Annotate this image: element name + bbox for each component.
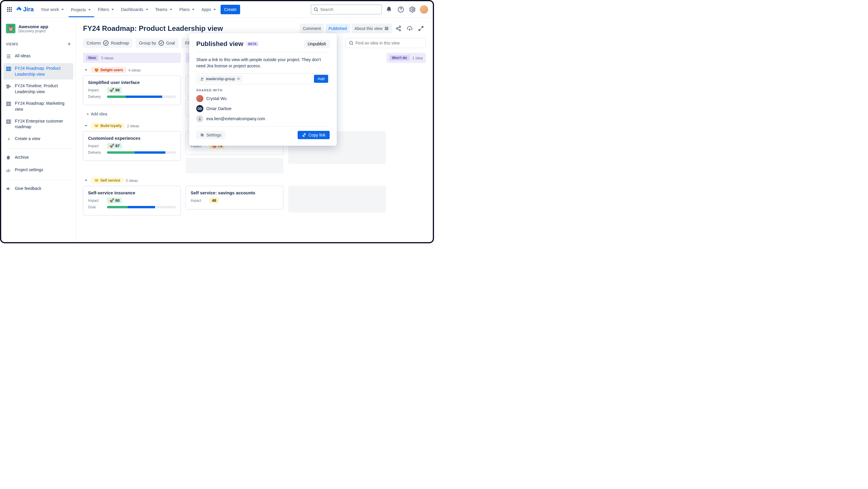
groupby-control[interactable]: Group by Goal <box>135 38 179 48</box>
column-control[interactable]: Column Roadmap <box>83 38 132 48</box>
card-self-service-insurance[interactable]: Self-service insurance Impact🚀 80 Goal <box>83 186 181 215</box>
shared-with-label: SHARED WITH <box>196 88 330 92</box>
svg-rect-22 <box>8 120 9 123</box>
svg-rect-6 <box>7 11 8 12</box>
card-placeholder <box>288 186 386 212</box>
bucket-now[interactable]: Now 5 ideas <box>83 53 181 63</box>
svg-point-29 <box>201 78 202 79</box>
expand-icon[interactable] <box>416 24 426 33</box>
shared-user[interactable]: eva.lien@externalcompany.com <box>196 115 330 122</box>
person-icon <box>196 115 204 122</box>
create-button[interactable]: Create <box>221 5 240 14</box>
popover-title: Published view <box>196 40 243 48</box>
add-share-button[interactable]: Add <box>314 75 328 83</box>
user-avatar[interactable] <box>420 5 428 13</box>
view-fy24-enterprise[interactable]: FY24 Enterprise customer roadmap <box>4 116 73 132</box>
avatar: OD <box>196 105 204 112</box>
svg-rect-23 <box>9 120 11 123</box>
popover-settings-button[interactable]: Settings <box>196 131 225 139</box>
app-switcher-icon[interactable] <box>6 6 13 13</box>
svg-rect-1 <box>9 7 10 8</box>
project-settings[interactable]: Project settings <box>4 165 73 176</box>
svg-rect-19 <box>8 102 9 106</box>
remove-token-icon[interactable]: ✕ <box>237 77 240 81</box>
find-idea-input[interactable] <box>355 41 423 46</box>
create-view[interactable]: + Create a view <box>4 134 73 145</box>
svg-point-26 <box>396 28 398 29</box>
svg-point-28 <box>349 41 352 44</box>
group-self-service[interactable]: 🤝Self service 3 ideas <box>83 177 426 183</box>
svg-point-30 <box>202 78 204 79</box>
nav-apps[interactable]: Apps <box>199 5 219 13</box>
trash-icon <box>6 155 12 161</box>
jira-logo[interactable]: Jira <box>16 6 34 13</box>
svg-rect-7 <box>9 11 10 12</box>
shared-user[interactable]: Crystal Wu <box>196 95 330 102</box>
nav-plans[interactable]: Plans <box>177 5 198 13</box>
menu-icon <box>384 26 389 31</box>
svg-rect-3 <box>7 9 8 10</box>
export-icon[interactable] <box>405 24 414 33</box>
avatar <box>196 95 204 102</box>
card-customised-experiences[interactable]: Customised experiences Impact🚀 97 Delive… <box>83 131 181 161</box>
view-fy24-timeline-product[interactable]: FY24 Timeline: Product Leadership view <box>4 81 73 97</box>
popover-description: Share a link to this view with people ou… <box>196 52 330 69</box>
svg-rect-21 <box>6 120 8 123</box>
nav-your-work[interactable]: Your work <box>38 5 68 13</box>
unpublish-button[interactable]: Unpublish <box>304 40 330 48</box>
views-section-header: VIEWS + <box>4 38 73 50</box>
comment-button[interactable]: Comment <box>300 24 324 33</box>
chevron-down-icon[interactable] <box>83 67 89 73</box>
give-feedback[interactable]: Give feedback <box>4 183 73 195</box>
brand-name: Jira <box>23 6 34 13</box>
share-icon[interactable] <box>394 24 403 33</box>
add-view-icon[interactable]: + <box>68 41 71 47</box>
copy-link-button[interactable]: Copy link <box>298 131 330 139</box>
svg-rect-0 <box>7 7 8 8</box>
sliders-icon <box>200 133 205 137</box>
chevron-down-icon[interactable] <box>83 177 89 183</box>
project-icon: 🦉 <box>6 24 16 33</box>
add-idea-button[interactable]: +Add idea <box>83 109 181 119</box>
share-token[interactable]: leadership-group ✕ <box>198 75 243 82</box>
card-simplified-ui[interactable]: Simplified user interface Impact🚀 98 Del… <box>83 75 181 105</box>
project-header[interactable]: 🦉 Awesome app Discovery project <box>4 23 73 37</box>
check-circle-icon <box>103 40 108 46</box>
svg-point-25 <box>399 26 401 28</box>
help-icon[interactable] <box>396 5 406 14</box>
nav-projects[interactable]: Projects <box>68 6 94 17</box>
nav-filters[interactable]: Filters <box>95 5 117 13</box>
view-fy24-roadmap-product[interactable]: FY24 Roadmap: Product Leadership view <box>4 63 73 80</box>
svg-rect-16 <box>7 86 10 87</box>
shared-user[interactable]: OD Omar Darboe <box>196 105 330 112</box>
settings-icon[interactable] <box>408 5 417 14</box>
global-search[interactable] <box>311 4 382 15</box>
svg-rect-13 <box>8 67 9 70</box>
gear-icon <box>6 168 12 174</box>
card-self-service-savings[interactable]: Self service: savings accounts Impact46 <box>186 186 283 209</box>
list-icon <box>6 54 12 60</box>
archive[interactable]: Archive <box>4 152 73 164</box>
svg-point-11 <box>412 9 413 10</box>
nav-dashboards[interactable]: Dashboards <box>119 5 152 13</box>
view-all-ideas[interactable]: All ideas <box>4 51 73 62</box>
nav-teams[interactable]: Teams <box>153 5 176 13</box>
search-icon <box>314 7 318 12</box>
svg-point-9 <box>314 8 317 11</box>
share-input-row[interactable]: leadership-group ✕ Add <box>196 73 330 84</box>
published-button[interactable]: Published <box>326 24 350 33</box>
svg-rect-12 <box>6 67 8 70</box>
chevron-down-icon[interactable] <box>83 123 89 129</box>
group-icon <box>200 77 204 81</box>
search-input[interactable] <box>320 7 379 12</box>
svg-rect-2 <box>11 7 12 8</box>
find-idea-search[interactable] <box>346 38 426 48</box>
bucket-wont-do[interactable]: Won't do 1 idea <box>386 53 426 63</box>
notifications-icon[interactable] <box>384 5 394 14</box>
project-name: Awesome app <box>19 24 48 29</box>
about-view-button[interactable]: About this view <box>351 24 392 33</box>
svg-rect-5 <box>11 9 12 10</box>
timeline-icon <box>6 84 12 90</box>
view-fy24-roadmap-marketing[interactable]: FY24 Roadmap: Marketing view <box>4 98 73 115</box>
search-icon <box>349 41 354 46</box>
